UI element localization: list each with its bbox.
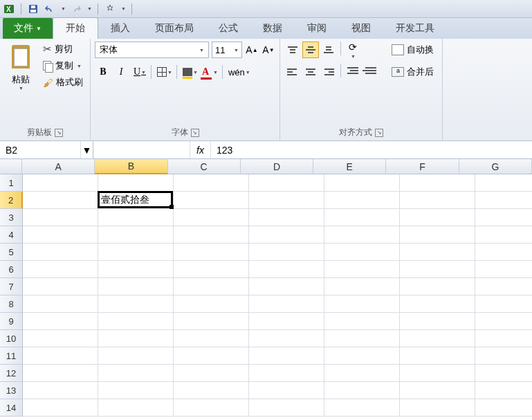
row-header-1[interactable]: 1 [0, 174, 23, 192]
paste-button[interactable]: 粘贴 ▼ [4, 42, 37, 125]
cut-button[interactable]: ✂剪切 [43, 43, 83, 55]
font-launcher-icon[interactable]: ↘ [191, 129, 199, 137]
cell-E4[interactable] [324, 226, 400, 244]
cell-D7[interactable] [249, 278, 324, 295]
row-header-3[interactable]: 3 [0, 209, 23, 226]
undo-icon[interactable] [44, 3, 56, 15]
undo-dropdown-icon[interactable]: ▼ [61, 6, 66, 11]
cell-E3[interactable] [324, 209, 400, 226]
row-header-8[interactable]: 8 [0, 295, 23, 313]
column-header-B[interactable]: B [95, 159, 167, 174]
cell-E8[interactable] [324, 295, 400, 313]
cell-A4[interactable] [23, 226, 98, 244]
cell-A14[interactable] [23, 399, 98, 417]
cell-E5[interactable] [324, 244, 400, 261]
cell-E6[interactable] [324, 261, 400, 278]
copy-button[interactable]: 复制▼ [43, 60, 83, 72]
cell-C1[interactable] [174, 174, 249, 192]
cell-D13[interactable] [249, 382, 324, 399]
cell-C11[interactable] [174, 347, 249, 365]
cell-A3[interactable] [23, 209, 98, 226]
font-size-select[interactable]: 11▼ [212, 42, 242, 58]
cell-B12[interactable] [98, 365, 174, 382]
row-header-2[interactable]: 2 [0, 192, 23, 209]
tools-dropdown-icon[interactable]: ▼ [121, 6, 126, 11]
cell-F2[interactable] [400, 192, 475, 209]
decrease-font-icon[interactable]: A▼ [262, 42, 275, 58]
fill-color-button[interactable]: ▼ [181, 64, 199, 80]
cell-D12[interactable] [249, 365, 324, 382]
column-header-F[interactable]: F [386, 159, 459, 174]
cell-G3[interactable] [475, 209, 532, 226]
row-header-14[interactable]: 14 [0, 399, 23, 417]
cell-A11[interactable] [23, 347, 98, 365]
cell-F14[interactable] [400, 399, 475, 417]
tab-view[interactable]: 视图 [339, 18, 383, 39]
cell-G13[interactable] [475, 382, 532, 399]
cell-D3[interactable] [249, 209, 324, 226]
fx-button[interactable]: fx [190, 141, 211, 158]
border-button[interactable]: ▼ [155, 64, 173, 80]
cell-A2[interactable] [23, 192, 98, 209]
cell-B4[interactable] [98, 226, 174, 244]
cell-E14[interactable] [324, 399, 400, 417]
cell-B9[interactable] [98, 313, 174, 330]
format-painter-button[interactable]: 🖌格式刷 [43, 76, 83, 89]
cell-F11[interactable] [400, 347, 475, 365]
cell-E1[interactable] [324, 174, 400, 192]
cell-D1[interactable] [249, 174, 324, 192]
tab-developer[interactable]: 开发工具 [383, 18, 447, 39]
cell-A12[interactable] [23, 365, 98, 382]
cell-C12[interactable] [174, 365, 249, 382]
qat-customize-icon[interactable]: ▼ [87, 6, 92, 11]
underline-button[interactable]: U▼ [131, 64, 147, 80]
cell-C13[interactable] [174, 382, 249, 399]
cell-A7[interactable] [23, 278, 98, 295]
cell-D5[interactable] [249, 244, 324, 261]
cell-B3[interactable] [98, 209, 174, 226]
row-header-6[interactable]: 6 [0, 261, 23, 278]
phonetic-button[interactable]: wén▼ [226, 64, 251, 80]
cell-C4[interactable] [174, 226, 249, 244]
tab-file[interactable]: 文件▼ [3, 18, 53, 39]
name-box[interactable]: B2 ▼ [0, 141, 93, 158]
cell-G4[interactable] [475, 226, 532, 244]
cell-B2[interactable]: 壹佰贰拾叁 [98, 192, 174, 209]
cell-C9[interactable] [174, 313, 249, 330]
tab-home[interactable]: 开始 [53, 17, 98, 39]
font-color-button[interactable]: A▼ [200, 64, 219, 80]
cell-C10[interactable] [174, 330, 249, 347]
cell-G14[interactable] [475, 399, 532, 417]
cell-G2[interactable] [475, 192, 532, 209]
cell-F6[interactable] [400, 261, 475, 278]
cell-D6[interactable] [249, 261, 324, 278]
cell-A8[interactable] [23, 295, 98, 313]
row-header-7[interactable]: 7 [0, 278, 23, 295]
align-middle-button[interactable] [302, 42, 319, 58]
cells-area[interactable]: 壹佰贰拾叁 [23, 174, 532, 417]
bold-button[interactable]: B [95, 64, 111, 80]
cell-C2[interactable] [174, 192, 249, 209]
cell-G11[interactable] [475, 347, 532, 365]
cell-G1[interactable] [475, 174, 532, 192]
column-header-C[interactable]: C [168, 159, 241, 174]
cell-D14[interactable] [249, 399, 324, 417]
cell-D8[interactable] [249, 295, 324, 313]
cell-G12[interactable] [475, 365, 532, 382]
column-header-D[interactable]: D [241, 159, 313, 174]
tab-insert[interactable]: 插入 [98, 18, 143, 39]
redo-icon[interactable] [70, 3, 82, 15]
cell-G9[interactable] [475, 313, 532, 330]
cell-E7[interactable] [324, 278, 400, 295]
cell-F5[interactable] [400, 244, 475, 261]
row-header-12[interactable]: 12 [0, 365, 23, 382]
cell-F1[interactable] [400, 174, 475, 192]
cell-B10[interactable] [98, 330, 174, 347]
cell-D2[interactable] [249, 192, 324, 209]
align-center-button[interactable] [302, 64, 319, 80]
cell-E10[interactable] [324, 330, 400, 347]
column-header-E[interactable]: E [313, 159, 386, 174]
cell-G7[interactable] [475, 278, 532, 295]
tab-formulas[interactable]: 公式 [206, 18, 250, 39]
cell-G8[interactable] [475, 295, 532, 313]
